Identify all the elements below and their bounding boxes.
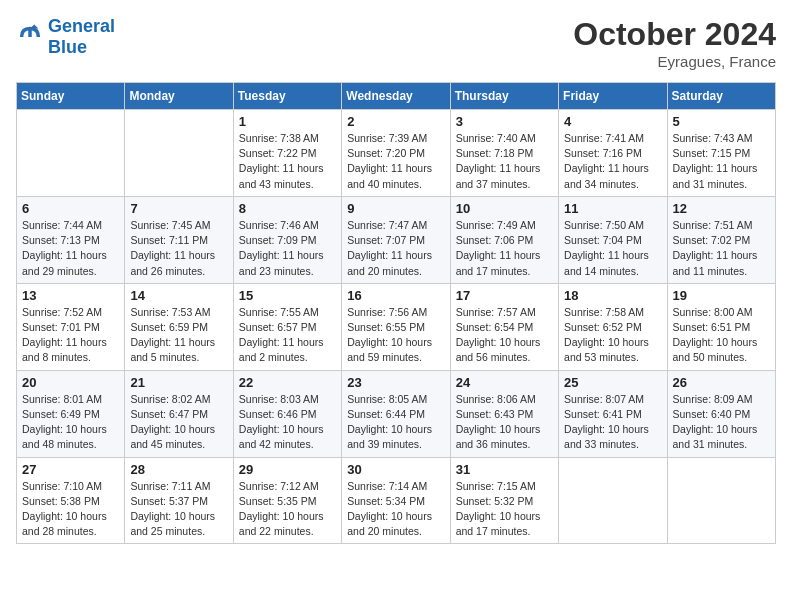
day-number: 30 — [347, 462, 444, 477]
day-cell: 7Sunrise: 7:45 AMSunset: 7:11 PMDaylight… — [125, 196, 233, 283]
day-cell: 22Sunrise: 8:03 AMSunset: 6:46 PMDayligh… — [233, 370, 341, 457]
day-cell: 26Sunrise: 8:09 AMSunset: 6:40 PMDayligh… — [667, 370, 775, 457]
day-cell: 28Sunrise: 7:11 AMSunset: 5:37 PMDayligh… — [125, 457, 233, 544]
day-cell: 27Sunrise: 7:10 AMSunset: 5:38 PMDayligh… — [17, 457, 125, 544]
day-cell: 8Sunrise: 7:46 AMSunset: 7:09 PMDaylight… — [233, 196, 341, 283]
day-cell: 14Sunrise: 7:53 AMSunset: 6:59 PMDayligh… — [125, 283, 233, 370]
day-cell: 4Sunrise: 7:41 AMSunset: 7:16 PMDaylight… — [559, 110, 667, 197]
day-number: 25 — [564, 375, 661, 390]
day-cell: 19Sunrise: 8:00 AMSunset: 6:51 PMDayligh… — [667, 283, 775, 370]
day-number: 22 — [239, 375, 336, 390]
day-info: Sunrise: 8:07 AMSunset: 6:41 PMDaylight:… — [564, 392, 661, 453]
day-cell: 12Sunrise: 7:51 AMSunset: 7:02 PMDayligh… — [667, 196, 775, 283]
day-number: 7 — [130, 201, 227, 216]
day-number: 5 — [673, 114, 770, 129]
day-info: Sunrise: 7:46 AMSunset: 7:09 PMDaylight:… — [239, 218, 336, 279]
weekday-header-saturday: Saturday — [667, 83, 775, 110]
day-info: Sunrise: 8:01 AMSunset: 6:49 PMDaylight:… — [22, 392, 119, 453]
month-title: October 2024 — [573, 16, 776, 53]
weekday-header-thursday: Thursday — [450, 83, 558, 110]
day-cell: 15Sunrise: 7:55 AMSunset: 6:57 PMDayligh… — [233, 283, 341, 370]
day-cell: 25Sunrise: 8:07 AMSunset: 6:41 PMDayligh… — [559, 370, 667, 457]
weekday-header-friday: Friday — [559, 83, 667, 110]
day-info: Sunrise: 7:47 AMSunset: 7:07 PMDaylight:… — [347, 218, 444, 279]
day-number: 14 — [130, 288, 227, 303]
title-area: October 2024 Eyragues, France — [573, 16, 776, 70]
day-info: Sunrise: 7:52 AMSunset: 7:01 PMDaylight:… — [22, 305, 119, 366]
day-number: 6 — [22, 201, 119, 216]
day-info: Sunrise: 7:44 AMSunset: 7:13 PMDaylight:… — [22, 218, 119, 279]
day-info: Sunrise: 7:38 AMSunset: 7:22 PMDaylight:… — [239, 131, 336, 192]
day-number: 2 — [347, 114, 444, 129]
day-cell: 9Sunrise: 7:47 AMSunset: 7:07 PMDaylight… — [342, 196, 450, 283]
day-number: 15 — [239, 288, 336, 303]
day-cell: 20Sunrise: 8:01 AMSunset: 6:49 PMDayligh… — [17, 370, 125, 457]
day-cell: 11Sunrise: 7:50 AMSunset: 7:04 PMDayligh… — [559, 196, 667, 283]
day-number: 4 — [564, 114, 661, 129]
day-info: Sunrise: 7:58 AMSunset: 6:52 PMDaylight:… — [564, 305, 661, 366]
day-info: Sunrise: 8:05 AMSunset: 6:44 PMDaylight:… — [347, 392, 444, 453]
week-row-4: 20Sunrise: 8:01 AMSunset: 6:49 PMDayligh… — [17, 370, 776, 457]
day-number: 29 — [239, 462, 336, 477]
day-info: Sunrise: 7:49 AMSunset: 7:06 PMDaylight:… — [456, 218, 553, 279]
day-cell: 16Sunrise: 7:56 AMSunset: 6:55 PMDayligh… — [342, 283, 450, 370]
day-cell: 13Sunrise: 7:52 AMSunset: 7:01 PMDayligh… — [17, 283, 125, 370]
day-info: Sunrise: 7:12 AMSunset: 5:35 PMDaylight:… — [239, 479, 336, 540]
day-number: 10 — [456, 201, 553, 216]
day-number: 27 — [22, 462, 119, 477]
location: Eyragues, France — [573, 53, 776, 70]
day-info: Sunrise: 7:56 AMSunset: 6:55 PMDaylight:… — [347, 305, 444, 366]
day-info: Sunrise: 7:11 AMSunset: 5:37 PMDaylight:… — [130, 479, 227, 540]
week-row-3: 13Sunrise: 7:52 AMSunset: 7:01 PMDayligh… — [17, 283, 776, 370]
day-number: 17 — [456, 288, 553, 303]
weekday-header-wednesday: Wednesday — [342, 83, 450, 110]
day-info: Sunrise: 8:02 AMSunset: 6:47 PMDaylight:… — [130, 392, 227, 453]
day-number: 23 — [347, 375, 444, 390]
week-row-5: 27Sunrise: 7:10 AMSunset: 5:38 PMDayligh… — [17, 457, 776, 544]
day-cell: 30Sunrise: 7:14 AMSunset: 5:34 PMDayligh… — [342, 457, 450, 544]
day-info: Sunrise: 7:53 AMSunset: 6:59 PMDaylight:… — [130, 305, 227, 366]
week-row-1: 1Sunrise: 7:38 AMSunset: 7:22 PMDaylight… — [17, 110, 776, 197]
day-info: Sunrise: 7:14 AMSunset: 5:34 PMDaylight:… — [347, 479, 444, 540]
day-info: Sunrise: 7:45 AMSunset: 7:11 PMDaylight:… — [130, 218, 227, 279]
day-info: Sunrise: 7:43 AMSunset: 7:15 PMDaylight:… — [673, 131, 770, 192]
day-number: 16 — [347, 288, 444, 303]
weekday-header-sunday: Sunday — [17, 83, 125, 110]
day-info: Sunrise: 7:10 AMSunset: 5:38 PMDaylight:… — [22, 479, 119, 540]
day-info: Sunrise: 8:03 AMSunset: 6:46 PMDaylight:… — [239, 392, 336, 453]
day-number: 9 — [347, 201, 444, 216]
day-cell — [667, 457, 775, 544]
day-info: Sunrise: 8:06 AMSunset: 6:43 PMDaylight:… — [456, 392, 553, 453]
day-info: Sunrise: 7:15 AMSunset: 5:32 PMDaylight:… — [456, 479, 553, 540]
day-number: 26 — [673, 375, 770, 390]
day-number: 19 — [673, 288, 770, 303]
calendar-table: SundayMondayTuesdayWednesdayThursdayFrid… — [16, 82, 776, 544]
day-number: 21 — [130, 375, 227, 390]
day-cell: 10Sunrise: 7:49 AMSunset: 7:06 PMDayligh… — [450, 196, 558, 283]
day-number: 28 — [130, 462, 227, 477]
day-number: 31 — [456, 462, 553, 477]
week-row-2: 6Sunrise: 7:44 AMSunset: 7:13 PMDaylight… — [17, 196, 776, 283]
day-number: 8 — [239, 201, 336, 216]
day-info: Sunrise: 8:09 AMSunset: 6:40 PMDaylight:… — [673, 392, 770, 453]
weekday-header-row: SundayMondayTuesdayWednesdayThursdayFrid… — [17, 83, 776, 110]
logo: General Blue — [16, 16, 115, 58]
day-info: Sunrise: 7:55 AMSunset: 6:57 PMDaylight:… — [239, 305, 336, 366]
day-number: 20 — [22, 375, 119, 390]
day-info: Sunrise: 7:51 AMSunset: 7:02 PMDaylight:… — [673, 218, 770, 279]
day-info: Sunrise: 7:50 AMSunset: 7:04 PMDaylight:… — [564, 218, 661, 279]
day-number: 13 — [22, 288, 119, 303]
day-cell: 29Sunrise: 7:12 AMSunset: 5:35 PMDayligh… — [233, 457, 341, 544]
day-info: Sunrise: 7:57 AMSunset: 6:54 PMDaylight:… — [456, 305, 553, 366]
logo-icon — [16, 23, 44, 51]
day-info: Sunrise: 7:40 AMSunset: 7:18 PMDaylight:… — [456, 131, 553, 192]
day-number: 18 — [564, 288, 661, 303]
day-cell: 3Sunrise: 7:40 AMSunset: 7:18 PMDaylight… — [450, 110, 558, 197]
day-cell: 2Sunrise: 7:39 AMSunset: 7:20 PMDaylight… — [342, 110, 450, 197]
day-cell: 31Sunrise: 7:15 AMSunset: 5:32 PMDayligh… — [450, 457, 558, 544]
day-info: Sunrise: 8:00 AMSunset: 6:51 PMDaylight:… — [673, 305, 770, 366]
day-number: 11 — [564, 201, 661, 216]
day-cell — [17, 110, 125, 197]
weekday-header-monday: Monday — [125, 83, 233, 110]
day-cell: 5Sunrise: 7:43 AMSunset: 7:15 PMDaylight… — [667, 110, 775, 197]
